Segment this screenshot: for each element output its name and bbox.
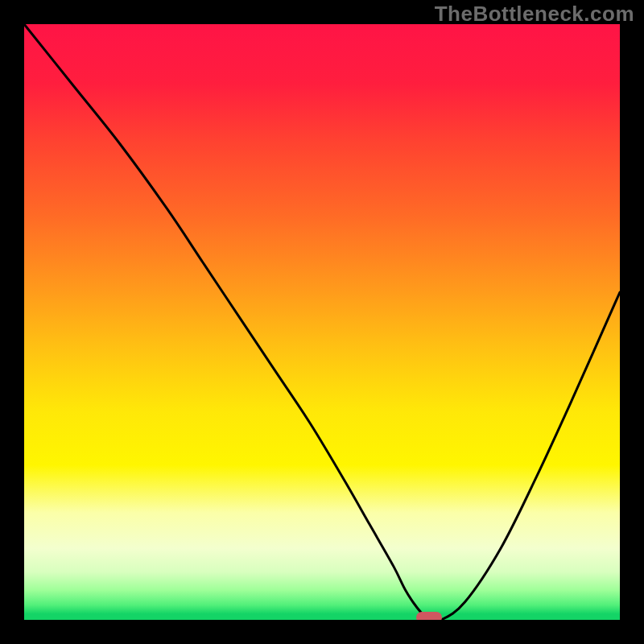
watermark-text: TheBottleneck.com xyxy=(435,2,634,27)
bottleneck-curve xyxy=(24,24,620,620)
plot-area xyxy=(24,24,620,620)
chart-frame: TheBottleneck.com xyxy=(0,0,644,644)
curve-path xyxy=(24,24,620,620)
optimal-marker xyxy=(416,612,442,620)
